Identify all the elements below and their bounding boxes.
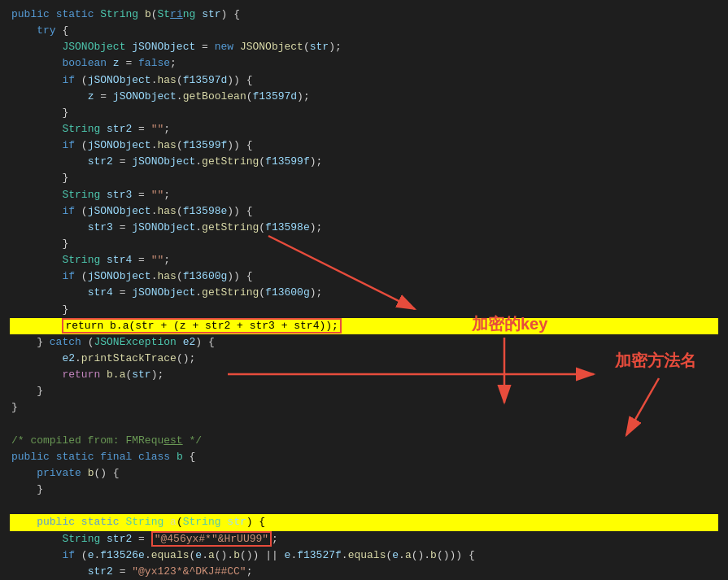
code-line-14: str3 = jSONObject.getString(f13598e);	[10, 220, 718, 236]
code-line-blank1	[10, 416, 718, 433]
code-line-9: if (jSONObject.has(f13599f)) {	[10, 137, 718, 154]
code-line-6: z = jSONObject.getBoolean(f13597d);	[10, 89, 718, 105]
code-line-21: } catch (JSONException e2) {	[10, 334, 718, 351]
code-line-18: str4 = jSONObject.getString(f13600g);	[10, 285, 718, 301]
code-container: public static String b(String str) { try…	[0, 0, 728, 580]
code-line-str2b: str2 = "@yx123*&^DKJ##CC";	[10, 564, 718, 580]
code-line-blank2	[10, 498, 718, 514]
code-line-12: String str3 = "";	[10, 187, 718, 203]
code-line-2: try {	[10, 23, 718, 39]
code-line-20-highlighted: return b.a(str + (z + str2 + str3 + str4…	[10, 318, 718, 334]
code-line-if2: if (e.f13526e.equals(e.a().b()) || e.f13…	[10, 547, 718, 564]
code-line-13: if (jSONObject.has(f13598e)) {	[10, 203, 718, 220]
code-line-15: }	[10, 236, 718, 252]
code-line-16: String str4 = "";	[10, 252, 718, 268]
code-line-8: String str2 = "";	[10, 121, 718, 137]
code-line-privateb: private b() {	[10, 465, 718, 482]
code-line-classb: public static final class b {	[10, 449, 718, 465]
code-line-10: str2 = jSONObject.getString(f13599f);	[10, 154, 718, 170]
code-line-1: public static String b(String str) {	[10, 7, 718, 23]
code-line-3: JSONObject jSONObject = new JSONObject(s…	[10, 39, 718, 55]
code-line-24: }	[10, 383, 718, 399]
code-wrapper: public static String b(String str) { try…	[0, 0, 728, 580]
code-line-25: }	[10, 399, 718, 416]
code-line-comment: /* compiled from: FMRequest */	[10, 433, 718, 449]
code-line-str2: String str2 = "@456yx#*"&HrUU99";	[10, 531, 718, 547]
code-line-close1: }	[10, 482, 718, 498]
code-line-4: boolean z = false;	[10, 55, 718, 72]
code-line-19: }	[10, 302, 718, 318]
code-line-7: }	[10, 105, 718, 121]
code-line-methoda-highlighted: public static String a(String str) {	[10, 514, 718, 530]
code-line-17: if (jSONObject.has(f13600g)) {	[10, 268, 718, 285]
code-line-5: if (jSONObject.has(f13597d)) {	[10, 72, 718, 89]
code-line-23: return b.a(str);	[10, 367, 718, 383]
code-line-22: e2.printStackTrace();	[10, 351, 718, 367]
code-line-11: }	[10, 170, 718, 186]
